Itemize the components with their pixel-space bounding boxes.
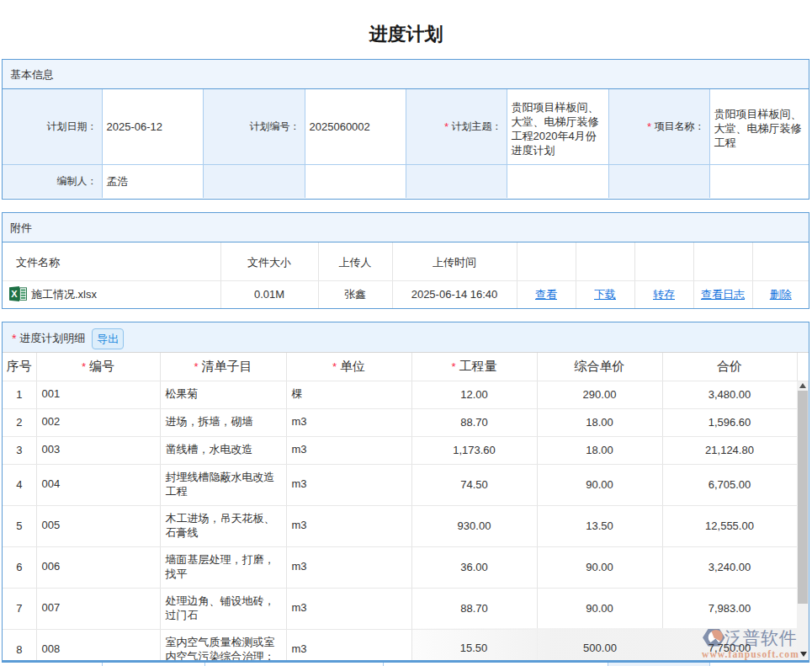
svg-text:X: X bbox=[11, 289, 18, 299]
